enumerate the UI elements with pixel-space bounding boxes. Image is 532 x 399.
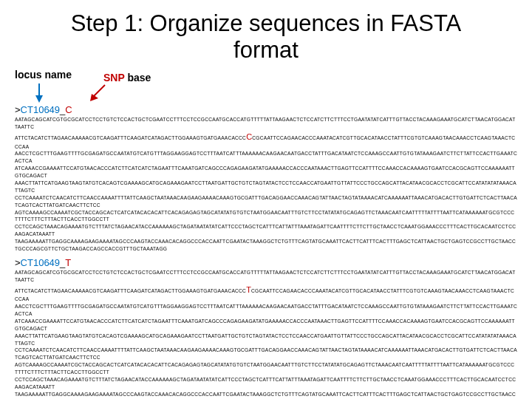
fasta-header: >CT10649_C bbox=[15, 104, 517, 115]
snp-arrow-icon bbox=[89, 83, 108, 103]
label-row: locus name SNP base bbox=[15, 67, 517, 103]
sequence-line: AACCTCGCTTTGAAGTTTTGCGAGATGCCAATATGTCATG… bbox=[15, 150, 517, 165]
sequence-line: TAAGAAAAATTGAGGCAAAAGAAGAAAATAGCCCAAGTAC… bbox=[15, 391, 517, 399]
sequence-line: ATTCTACATCTTAGAACAAAAACGTCAAGATTTCAAGATC… bbox=[15, 284, 517, 303]
snp-word: SNP bbox=[103, 72, 125, 83]
slide: Step 1: Organize sequences in FASTA form… bbox=[0, 0, 532, 399]
fasta-header: >CT10649_T bbox=[15, 257, 517, 268]
sequence-line: CCTCCAGCTAAACAGAAAATGTCTTTATCTAGAACATACC… bbox=[15, 223, 517, 238]
sequence-line: ATCAAACCGAAAATTCCATGTAACACCCATCTTCATCATC… bbox=[15, 165, 517, 180]
sequence-line: AAACTTATTCATGAAGTAAGTATGTCACAGTCGAAAAGCA… bbox=[15, 332, 517, 347]
svg-line-2 bbox=[93, 85, 105, 97]
sequence-line: TAAGAAAAATTGAGGCAAAAGAAGAAAATAGCCCAAGTAC… bbox=[15, 238, 517, 253]
header-locus-name: CT10649 bbox=[21, 104, 60, 115]
sequence-line: CCTCAAAATCTCAACATCTTCAACCAAAATTTTATTCAAG… bbox=[15, 194, 517, 209]
sequence-line: AACCTCGCTTTGAAGTTTTGCGAGATGCCAATATGTCATG… bbox=[15, 303, 517, 318]
slide-title: Step 1: Organize sequences in FASTA form… bbox=[37, 10, 495, 63]
sequence-block: AATAGCAGCATCGTGCGCATCCTCCTGTCTCCACTGCTCG… bbox=[15, 116, 517, 253]
sequence-line: CCTCAAAATCTCAACATCTTCAACCAAAATTTTATTCAAG… bbox=[15, 347, 517, 361]
records-container: >CT10649_CAATAGCAGCATCGTGCGCATCCTCCTGTCT… bbox=[15, 104, 517, 399]
sequence-line: AATAGCAGCATCGTGCGCATCCTCCTGTCTCCACTGCTCG… bbox=[15, 269, 517, 284]
locus-name-label: locus name bbox=[15, 69, 72, 81]
locus-arrow-icon bbox=[34, 83, 44, 103]
snp-base-highlight: T bbox=[246, 285, 251, 294]
sequence-line: ATCAAACCGAAAATTCCATGTAACACCCATCTTCATCATC… bbox=[15, 318, 517, 332]
svg-marker-1 bbox=[35, 95, 43, 103]
sequence-line: CCTCCAGCTAAACAGAAAATGTCTTTATCTAGAACATACC… bbox=[15, 376, 517, 391]
gt-symbol: > bbox=[15, 257, 21, 268]
sequence-line: AATAGCAGCATCGTGCGCATCCTCCTGTCTCCACTGCTCG… bbox=[15, 116, 517, 131]
header-locus-name: CT10649 bbox=[21, 257, 60, 268]
sequence-block: AATAGCAGCATCGTGCGCATCCTCCTGTCTCCACTGCTCG… bbox=[15, 269, 517, 399]
sequence-line: AAACTTATTCATGAAGTAAGTATGTCACAGTCGAAAAGCA… bbox=[15, 180, 517, 194]
sequence-line: AGTCAAAAGCCAAAATCGCTACCAGCACTCATCATACACA… bbox=[15, 209, 517, 224]
gt-symbol: > bbox=[15, 104, 21, 115]
header-snp-base: T bbox=[65, 257, 71, 268]
snp-base-word: base bbox=[125, 72, 151, 83]
header-snp-base: C bbox=[65, 104, 72, 115]
snp-base-label: SNP base bbox=[103, 72, 151, 83]
sequence-line: ATTCTACATCTTAGAACAAAAACGTCAAGATTTCAAGATC… bbox=[15, 131, 517, 150]
sequence-line: AGTCAAAAGCCAAAATCGCTACCAGCACTCATCATACACA… bbox=[15, 361, 517, 376]
snp-base-highlight: C bbox=[246, 132, 252, 141]
